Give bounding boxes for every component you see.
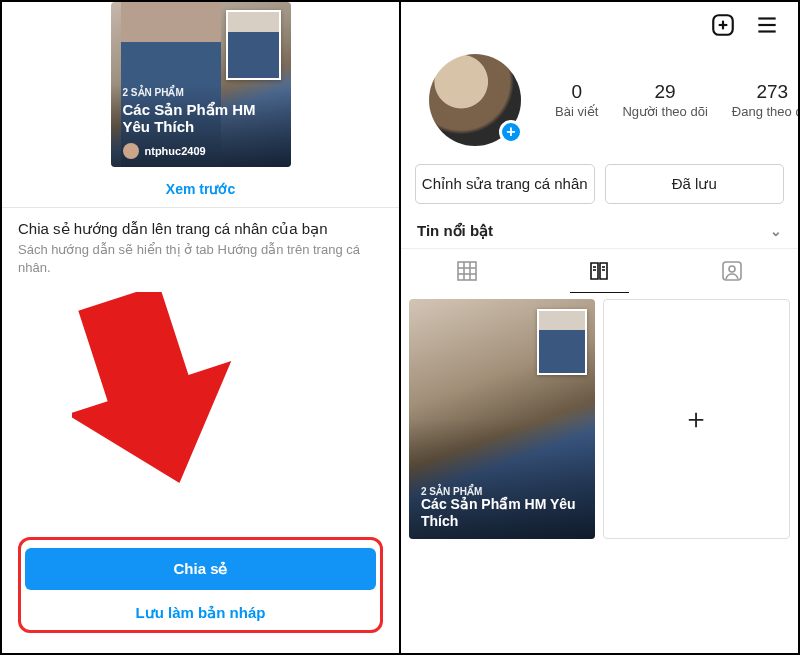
share-heading: Chia sẻ hướng dẫn lên trang cá nhân của …: [18, 220, 383, 238]
annotation-arrow: [72, 292, 242, 492]
following-count: 273: [732, 81, 798, 103]
preview-link[interactable]: Xem trước: [166, 167, 235, 207]
edit-profile-button[interactable]: Chỉnh sửa trang cá nhân: [415, 164, 595, 204]
stat-posts[interactable]: 0 Bài viết: [555, 81, 598, 119]
svg-rect-16: [723, 262, 741, 280]
save-draft-button[interactable]: Lưu làm bản nháp: [25, 590, 376, 628]
tab-guides[interactable]: [533, 249, 665, 293]
followers-count: 29: [622, 81, 707, 103]
share-button[interactable]: Chia sẻ: [25, 548, 376, 590]
menu-icon[interactable]: [754, 12, 780, 38]
share-body: Sách hướng dẫn sẽ hiển thị ở tab Hướng d…: [18, 241, 383, 276]
chevron-down-icon: ⌄: [770, 223, 782, 239]
guide-author: ntphuc2409: [145, 145, 206, 157]
create-icon[interactable]: [710, 12, 736, 38]
following-label: Đang theo dõi: [732, 104, 798, 119]
profile-avatar[interactable]: +: [429, 54, 521, 146]
guide-title: Các Sản Phẩm HM Yêu Thích: [123, 101, 279, 136]
saved-button[interactable]: Đã lưu: [605, 164, 785, 204]
profile-screen: + 0 Bài viết 29 Người theo dõi 273 Đang …: [401, 2, 798, 653]
guide-tile[interactable]: 2 SẢN PHẨM Các Sản Phẩm HM Yêu Thích: [409, 299, 595, 539]
author-avatar: [123, 143, 139, 159]
plus-icon: ＋: [682, 400, 710, 438]
followers-label: Người theo dõi: [622, 104, 707, 119]
svg-rect-7: [458, 262, 476, 280]
share-guide-screen: 2 SẢN PHẨM Các Sản Phẩm HM Yêu Thích ntp…: [2, 2, 401, 653]
svg-point-17: [729, 266, 735, 272]
add-guide-tile[interactable]: ＋: [603, 299, 791, 539]
posts-label: Bài viết: [555, 104, 598, 119]
story-highlights-toggle[interactable]: Tin nổi bật ⌄: [401, 214, 798, 248]
stat-followers[interactable]: 29 Người theo dõi: [622, 81, 707, 119]
profile-tabs: [401, 248, 798, 293]
annotation-highlight: Chia sẻ Lưu làm bản nháp: [18, 537, 383, 633]
tab-grid[interactable]: [401, 249, 533, 293]
share-explainer: Chia sẻ hướng dẫn lên trang cá nhân của …: [2, 208, 399, 282]
guide-tile-title: Các Sản Phẩm HM Yêu Thích: [421, 496, 583, 530]
add-story-badge[interactable]: +: [499, 120, 523, 144]
highlights-label: Tin nổi bật: [417, 222, 493, 240]
tab-tagged[interactable]: [666, 249, 798, 293]
posts-count: 0: [555, 81, 598, 103]
guide-preview-card[interactable]: 2 SẢN PHẨM Các Sản Phẩm HM Yêu Thích ntp…: [111, 2, 291, 167]
svg-marker-0: [72, 292, 242, 492]
stat-following[interactable]: 273 Đang theo dõi: [732, 81, 798, 119]
guide-subtitle: 2 SẢN PHẨM: [123, 87, 279, 98]
